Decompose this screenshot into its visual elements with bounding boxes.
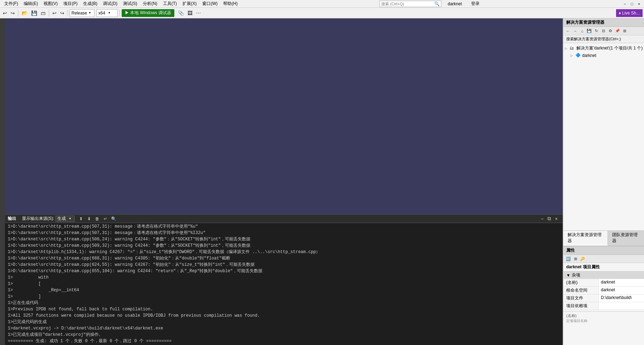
properties-panel: 属性 🔤 ⊞ 🔑 darknet 项目属性 ▼ 杂项 (名称) darknet … [563, 246, 644, 345]
tab-team-explorer[interactable]: 团队资源管理器 [608, 231, 644, 246]
undo-button[interactable]: ↩ [1, 9, 8, 17]
output-float-button[interactable]: ⧉ [546, 215, 553, 222]
menu-extensions[interactable]: 扩展(X) [180, 0, 199, 7]
output-line: 1>D:\darknet\src\http_stream.cpp(655,104… [8, 268, 560, 274]
search-icon: 🔍 [434, 1, 440, 6]
props-key-file: 项目文件 [563, 294, 599, 302]
tab-solution-explorer[interactable]: 解决方案资源管理器 [563, 231, 608, 246]
se-props-button[interactable]: ⚙ [607, 28, 614, 34]
props-sort-cat-button[interactable]: ⊞ [573, 256, 578, 262]
menu-debug[interactable]: 调试(D) [100, 0, 120, 7]
toolbar-separator-3 [68, 10, 68, 17]
menu-view[interactable]: 视图(V) [41, 0, 60, 7]
output-source-value: 生成 [57, 216, 66, 222]
output-minimize-button[interactable]: − [539, 215, 546, 222]
project-expand-icon: ▷ [570, 54, 575, 57]
output-clear-button[interactable]: 🗑 [94, 215, 101, 222]
platform-dropdown[interactable]: x64 ▼ [97, 9, 118, 17]
more-button[interactable]: ⋯ [195, 9, 202, 17]
save-all-button[interactable]: 🗃 [39, 9, 47, 17]
output-line: 1>正在生成代码 [8, 300, 560, 306]
props-key-deps: 项目依赖项 [563, 302, 599, 310]
se-filter-button[interactable]: ⊟ [600, 28, 607, 34]
output-down-button[interactable]: ⬇ [86, 215, 93, 222]
output-line: 1>D:\darknet\src\http_stream.cpp(688,31)… [8, 255, 560, 262]
solution-tree: ▷ 🗂 解决方案'darknet'(1 个项目/共 1 个) ▷ 🔷 darkn… [563, 43, 644, 230]
config-dropdown[interactable]: Release ▼ [70, 9, 94, 17]
se-expand-button[interactable]: ⊞ [621, 28, 628, 34]
menu-test[interactable]: 测试(S) [120, 0, 140, 7]
props-val-namespace: darknet [599, 287, 644, 294]
se-back-button[interactable]: ← [565, 28, 571, 34]
menu-file[interactable]: 文件(F) [1, 0, 21, 7]
output-line: 1> ] [8, 293, 560, 300]
screenshot-button[interactable]: 🖼 [186, 9, 194, 17]
se-pin-button[interactable]: 📌 [614, 28, 621, 34]
output-header: 输出 显示输出来源(S): 生成 ▼ ⬆ ⬇ 🗑 ↵ [5, 215, 563, 223]
minimize-button[interactable]: − [621, 0, 628, 7]
se-save-button[interactable]: 💾 [586, 28, 592, 34]
se-home-button[interactable]: ⌂ [579, 28, 585, 34]
output-source-select: 显示输出来源(S): 生成 ▼ [22, 216, 75, 222]
editor-area[interactable] [5, 18, 563, 214]
output-close-button[interactable]: × [553, 215, 560, 222]
search-solution-bar[interactable]: 搜索解决方案资源管理器(Ctrl+;) [563, 35, 644, 43]
menu-help[interactable]: 帮助(H) [220, 0, 240, 7]
open-file-button[interactable]: 📂 [20, 9, 29, 17]
menu-project[interactable]: 项目(P) [60, 0, 80, 7]
maximize-button[interactable]: □ [628, 0, 636, 7]
output-content[interactable]: 1> }1>1>D:\darknet\src\http_stream.cpp(3… [5, 223, 563, 345]
output-panel: 输出 显示输出来源(S): 生成 ▼ ⬆ ⬇ 🗑 ↵ [5, 214, 563, 345]
se-forward-button[interactable]: → [572, 28, 578, 34]
solution-explorer-panel: 解决方案资源管理器 ← → ⌂ 💾 ↻ ⊟ ⚙ 📌 ⊞ 搜索解决方案资源管理器(… [563, 18, 644, 246]
tree-project-item[interactable]: ▷ 🔷 darknet [563, 52, 644, 59]
output-up-button[interactable]: ⬆ [77, 215, 85, 222]
run-button[interactable]: ▶ 本地 Windows 调试器 [122, 9, 174, 17]
save-button[interactable]: 💾 [30, 9, 39, 17]
props-sort-alpha-button[interactable]: 🔤 [565, 256, 571, 262]
output-line: 1>已完成生成项目"darknet.vcxproj"的操作。 [8, 332, 560, 338]
props-key-button[interactable]: 🔑 [580, 256, 585, 262]
se-refresh-button[interactable]: ↻ [593, 28, 599, 34]
menu-window[interactable]: 窗口(W) [199, 0, 220, 7]
output-line: ========== 生成: 成功 1 个，失败 0 个，最新 0 个，跳过 0… [8, 338, 560, 344]
left-activity-bar [0, 18, 5, 345]
output-source-label: 显示输出来源(S): [22, 216, 54, 222]
login-label[interactable]: 登录 [468, 1, 482, 7]
menu-bar: 文件(F) 编辑(E) 视图(V) 项目(P) 生成(B) 调试(D) 测试(S… [0, 0, 644, 8]
properties-header: 属性 [563, 246, 644, 255]
live-share-button[interactable]: ♦ Live Sh... [616, 9, 643, 17]
close-button[interactable]: × [636, 0, 643, 7]
global-search-input[interactable] [381, 2, 434, 6]
search-solution-placeholder: 搜索解决方案资源管理器(Ctrl+;) [566, 37, 621, 41]
props-val-name: darknet [599, 279, 644, 286]
project-label: darknet [582, 53, 596, 58]
undo2-button[interactable]: ↩ [51, 9, 58, 17]
platform-dropdown-arrow: ▼ [108, 11, 116, 14]
output-source-dropdown[interactable]: 生成 ▼ [56, 216, 75, 222]
menu-tools[interactable]: 工具(T) [160, 0, 180, 7]
menu-build[interactable]: 生成(B) [80, 0, 100, 7]
props-footer: (名称) 定项项目名称 [563, 311, 644, 325]
attach-button[interactable]: 📎 [176, 9, 185, 17]
split-view: 输出 显示输出来源(S): 生成 ▼ ⬆ ⬇ 🗑 ↵ [0, 18, 644, 345]
run-label: ▶ 本地 Windows 调试器 [125, 10, 171, 16]
redo-button[interactable]: ↪ [9, 9, 16, 17]
right-panel-tabs: 解决方案资源管理器 团队资源管理器 [563, 230, 644, 246]
tree-solution-item[interactable]: ▷ 🗂 解决方案'darknet'(1 个项目/共 1 个) [563, 45, 644, 52]
global-search-box[interactable]: 🔍 [379, 1, 441, 7]
output-wrap-button[interactable]: ↵ [102, 215, 109, 222]
solution-icon: 🗂 [570, 46, 575, 51]
menu-analyze[interactable]: 分析(N) [140, 0, 160, 7]
output-find-button[interactable]: 🔍 [110, 215, 117, 222]
section-expand-icon: ▼ [566, 273, 570, 278]
menu-edit[interactable]: 编辑(E) [21, 0, 41, 7]
redo2-button[interactable]: ↪ [59, 9, 66, 17]
props-val-deps [599, 302, 644, 310]
output-line: 1>All 3257 functions were compiled becau… [8, 312, 560, 319]
window-controls: − □ × [621, 0, 643, 7]
output-line: 1>D:\darknet\src\http_stream.cpp(508,24)… [8, 236, 560, 242]
output-line: 1>D:\darknet\src\http_stream.cpp(507,31)… [8, 223, 560, 230]
content-area: 输出 显示输出来源(S): 生成 ▼ ⬆ ⬇ 🗑 ↵ [0, 18, 644, 345]
app-name: darknet [445, 1, 465, 6]
